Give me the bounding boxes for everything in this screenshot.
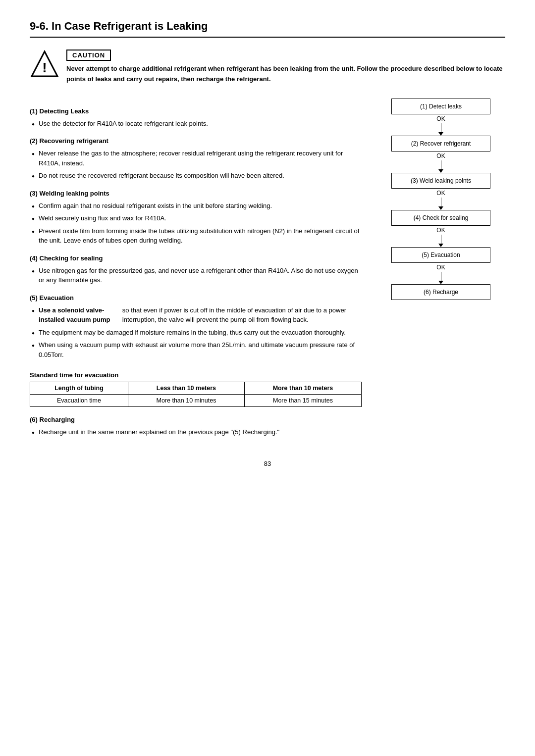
list-item: Weld securely using flux and wax for R41… [32,213,362,223]
page-title: 9-6. In Case Refrigerant is Leaking [30,20,505,38]
bullets-detecting-leaks: Use the detector for R410A to locate ref… [30,119,362,129]
svg-text:!: ! [42,60,47,75]
flow-ok-3: OK [436,190,445,197]
heading-checking-for-sealing: (4) Checking for sealing [30,254,362,262]
flow-ok-1: OK [436,115,445,122]
row-val-less: More than 10 minutes [128,395,244,407]
list-item: Recharge unit in the same manner explain… [32,427,362,437]
list-item: Prevent oxide film from forming inside t… [32,226,362,246]
flow-arrow-1 [438,123,443,136]
evacuation-table: Length of tubing Less than 10 meters Mor… [30,382,362,407]
flow-arrowhead [438,281,443,284]
bullets-recharging: Recharge unit in the same manner explain… [30,427,362,437]
flow-line [441,160,441,169]
flow-step-2: (2) Recover refrigerant [391,136,490,151]
flow-ok-5: OK [436,264,445,271]
caution-box: ! CAUTION Never attempt to charge additi… [30,50,505,85]
list-item: Confirm again that no residual refrigera… [32,201,362,211]
std-time-section: Standard time for evacuation Length of t… [30,371,362,407]
section-welding-leaking-points: (3) Welding leaking points Confirm again… [30,190,362,246]
flow-step-3: (3) Weld leaking points [391,173,490,189]
flow-arrow-3 [438,198,443,210]
heading-recharging: (6) Recharging [30,416,362,423]
left-column: (1) Detecting Leaks Use the detector for… [30,99,362,440]
list-item: The equipment may be damaged if moisture… [32,328,362,338]
heading-welding-leaking-points: (3) Welding leaking points [30,190,362,197]
bullets-evacuation: Use a solenoid valve-installed vacuum pu… [30,305,362,360]
row-val-more: More than 15 minutes [244,395,361,407]
bullets-recovering-refrigerant: Never release the gas to the atmosphere;… [30,149,362,181]
table-header-row: Length of tubing Less than 10 meters Mor… [30,382,362,395]
caution-badge: CAUTION [66,50,111,61]
page-number: 83 [30,460,505,467]
flow-arrowhead [438,206,443,210]
flow-line [441,123,441,132]
flow-arrow-4 [438,235,443,247]
col-header-more: More than 10 meters [244,382,361,395]
table-row: Evacuation time More than 10 minutes Mor… [30,395,362,407]
bullets-welding-leaking-points: Confirm again that no residual refrigera… [30,201,362,246]
caution-triangle-icon: ! [30,50,59,79]
flow-step-4: (4) Check for sealing [391,210,490,226]
heading-evacuation: (5) Evacuation [30,294,362,302]
main-content: (1) Detecting Leaks Use the detector for… [30,99,505,440]
section-recovering-refrigerant: (2) Recovering refrigerant Never release… [30,137,362,181]
col-header-less: Less than 10 meters [128,382,244,395]
flow-step-1: (1) Detect leaks [391,99,490,114]
flow-line [441,235,441,244]
flow-ok-4: OK [436,227,445,234]
flowchart: (1) Detect leaks OK (2) Recover refriger… [376,99,505,300]
flow-ok-2: OK [436,152,445,159]
section-checking-for-sealing: (4) Checking for sealing Use nitrogen ga… [30,254,362,285]
section-recharging: (6) Recharging Recharge unit in the same… [30,416,362,437]
flow-arrow-2 [438,160,443,173]
section-evacuation: (5) Evacuation Use a solenoid valve-inst… [30,294,362,360]
section-detecting-leaks: (1) Detecting Leaks Use the detector for… [30,107,362,129]
flow-arrowhead [438,244,443,247]
flow-step-6: (6) Recharge [391,284,490,300]
list-item: When using a vacuum pump with exhaust ai… [32,340,362,359]
right-column-flowchart: (1) Detect leaks OK (2) Recover refriger… [376,99,505,440]
row-label-evac-time: Evacuation time [30,395,128,407]
flow-arrowhead [438,169,443,173]
flow-step-5: (5) Evacuation [391,247,490,263]
col-header-length: Length of tubing [30,382,128,395]
list-item: Use nitrogen gas for the pressurized gas… [32,266,362,285]
list-item: Do not reuse the recovered refrigerant b… [32,171,362,181]
list-item: Use the detector for R410A to locate ref… [32,119,362,129]
std-time-label: Standard time for evacuation [30,371,362,379]
list-item: Use a solenoid valve-installed vacuum pu… [32,305,362,325]
caution-text: Never attempt to charge additional refri… [66,64,505,85]
flow-line [441,198,441,206]
list-item: Never release the gas to the atmosphere;… [32,149,362,168]
flow-arrowhead [438,132,443,136]
flow-arrow-5 [438,272,443,284]
heading-recovering-refrigerant: (2) Recovering refrigerant [30,137,362,145]
flow-line [441,272,441,281]
bullets-checking-for-sealing: Use nitrogen gas for the pressurized gas… [30,266,362,285]
heading-detecting-leaks: (1) Detecting Leaks [30,107,362,115]
caution-content: CAUTION Never attempt to charge addition… [66,50,505,85]
